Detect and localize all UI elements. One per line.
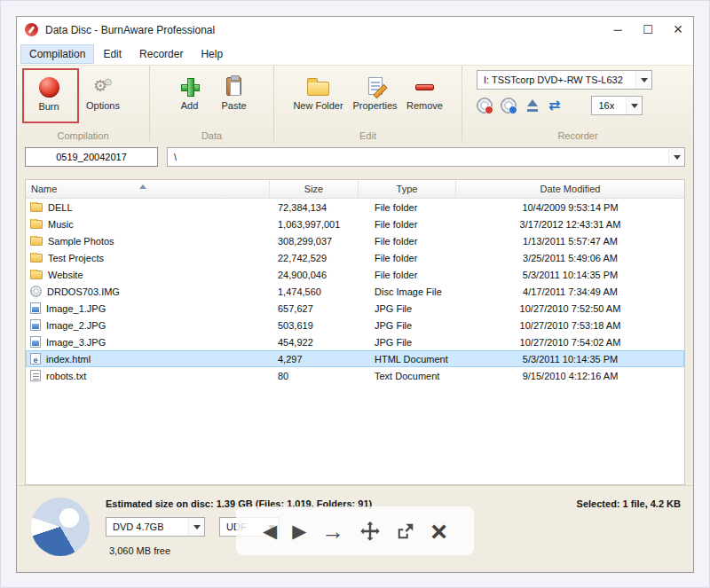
disc-info-icon[interactable] — [501, 98, 517, 114]
column-header-size[interactable]: Size — [270, 180, 359, 198]
table-row-selected[interactable]: index.html 4,297 HTML Document 5/3/2011 … — [26, 350, 684, 367]
list-body: DELL 72,384,134 File folder 10/4/2009 9:… — [26, 199, 684, 484]
refresh-icon[interactable]: ⇄ — [548, 98, 560, 113]
group-label-compilation: Compilation — [17, 130, 149, 141]
table-row[interactable]: DELL 72,384,134 File folder 10/4/2009 9:… — [26, 199, 684, 216]
capacity-value: DVD 4.7GB — [106, 521, 163, 532]
toolbar-group-compilation: Burn ⚙ ⚙ Options Compilation — [17, 66, 150, 143]
remove-button[interactable]: Remove — [403, 70, 447, 120]
toolbar-group-data: Add Paste Data — [150, 66, 274, 143]
options-label: Options — [86, 100, 120, 111]
free-space-text: 3,060 MB free — [109, 545, 170, 556]
file-type: Disc Image File — [359, 286, 456, 297]
file-date: 10/27/2010 7:52:50 AM — [456, 303, 684, 314]
file-type: Text Document — [359, 371, 456, 381]
table-row[interactable]: DRDOS703.IMG 1,474,560 Disc Image File 4… — [26, 283, 684, 300]
table-row[interactable]: Music 1,063,997,001 File folder 3/17/201… — [26, 216, 684, 232]
play-icon[interactable]: ▶ — [292, 521, 306, 540]
back-icon[interactable]: ◀ — [263, 521, 277, 540]
file-name: Image_2.JPG — [46, 320, 106, 331]
burn-label: Burn — [38, 101, 59, 112]
menu-recorder[interactable]: Recorder — [130, 44, 192, 64]
speed-value: 16x — [592, 100, 614, 111]
column-header-date[interactable]: Date Modified — [456, 180, 684, 198]
options-button[interactable]: ⚙ ⚙ Options — [81, 70, 125, 120]
jpg-file-icon — [30, 319, 41, 331]
file-size: 657,627 — [270, 303, 359, 314]
jpg-file-icon — [30, 336, 41, 348]
file-name: index.html — [46, 354, 91, 365]
overlay-close-icon[interactable]: × — [430, 517, 447, 545]
file-name: DELL — [48, 202, 73, 213]
menu-edit[interactable]: Edit — [94, 44, 130, 64]
disc-capacity-select[interactable]: DVD 4.7GB — [106, 517, 205, 537]
file-name: Image_1.JPG — [46, 303, 106, 314]
file-type: JPG File — [359, 320, 456, 331]
list-header: Name Size Type Date Modified — [26, 180, 684, 199]
new-folder-button[interactable]: New Folder — [289, 70, 348, 120]
burn-button[interactable]: Burn — [27, 71, 71, 121]
folder-icon — [30, 220, 43, 229]
disc-record-icon[interactable] — [477, 98, 493, 114]
table-row[interactable]: Sample Photos 308,299,037 File folder 1/… — [26, 232, 684, 249]
table-row[interactable]: robots.txt 80 Text Document 9/15/2010 4:… — [26, 367, 684, 384]
paste-button[interactable]: Paste — [212, 70, 256, 120]
properties-button[interactable]: Properties — [348, 70, 403, 120]
menu-bar: Compilation Edit Recorder Help — [17, 43, 693, 65]
table-row[interactable]: Image_2.JPG 503,619 JPG File 10/27/2010 … — [26, 317, 684, 333]
table-row[interactable]: Test Projects 22,742,529 File folder 3/2… — [26, 249, 684, 266]
app-icon — [25, 23, 38, 36]
group-label-recorder: Recorder — [462, 130, 693, 141]
file-name: Music — [48, 219, 74, 230]
burn-annotated-area: Burn — [22, 70, 75, 122]
column-header-type[interactable]: Type — [359, 180, 456, 198]
file-type: JPG File — [359, 337, 456, 348]
drive-value: I: TSSTcorp DVD+-RW TS-L632 — [477, 74, 623, 85]
move-icon[interactable] — [359, 521, 381, 542]
clipboard-icon — [226, 77, 241, 96]
file-list: Name Size Type Date Modified DELL 72,384… — [25, 179, 685, 485]
file-date: 3/17/2012 12:43:31 AM — [456, 219, 684, 230]
menu-compilation[interactable]: Compilation — [20, 44, 94, 64]
file-size: 308,299,037 — [270, 236, 359, 247]
column-name-label: Name — [31, 184, 57, 194]
recorder-icon-row: ⇄ 16x — [477, 96, 684, 115]
file-date: 5/3/2011 10:14:35 PM — [456, 270, 684, 280]
window-controls: ─ ☐ × — [603, 17, 693, 43]
paste-label: Paste — [221, 100, 246, 111]
maximize-button[interactable]: ☐ — [633, 17, 663, 43]
path-combobox[interactable]: \ — [167, 147, 685, 167]
disc-name-input[interactable] — [25, 147, 158, 167]
close-button[interactable]: × — [663, 17, 693, 43]
minimize-button[interactable]: ─ — [603, 17, 633, 43]
table-row[interactable]: Image_1.JPG 657,627 JPG File 10/27/2010 … — [26, 300, 684, 317]
forward-arrow-icon[interactable]: → — [321, 520, 344, 543]
file-size: 503,619 — [270, 320, 359, 331]
new-folder-icon — [307, 82, 329, 96]
toolbar: Burn ⚙ ⚙ Options Compilation Add Paste — [17, 65, 693, 143]
file-date: 1/13/2011 5:57:47 AM — [456, 236, 684, 247]
file-size: 4,297 — [270, 354, 359, 365]
desktop: { "window": { "title": "Data Disc - Burn… — [0, 0, 710, 588]
drive-select[interactable]: I: TSSTcorp DVD+-RW TS-L632 — [477, 70, 652, 90]
add-button[interactable]: Add — [168, 70, 212, 120]
table-row[interactable]: Image_3.JPG 454,922 JPG File 10/27/2010 … — [26, 333, 684, 350]
file-size: 454,922 — [270, 337, 359, 348]
table-row[interactable]: Website 24,900,046 File folder 5/3/2011 … — [26, 266, 684, 283]
media-overlay: ◀ ▶ → × — [236, 506, 474, 555]
resize-icon[interactable] — [396, 521, 415, 541]
file-name: robots.txt — [46, 371, 86, 381]
window-title: Data Disc - BurnAware Professional — [45, 24, 215, 36]
compilation-bar: \ — [17, 143, 693, 173]
remove-minus-icon — [415, 84, 434, 90]
file-type: File folder — [359, 253, 456, 263]
speed-select[interactable]: 16x — [591, 96, 643, 115]
html-file-icon — [30, 353, 41, 365]
path-value: \ — [168, 152, 177, 162]
file-name: Website — [48, 270, 83, 280]
file-name: Sample Photos — [48, 236, 114, 247]
file-size: 24,900,046 — [270, 270, 359, 280]
menu-help[interactable]: Help — [192, 44, 232, 64]
column-header-name[interactable]: Name — [26, 180, 270, 198]
eject-icon[interactable] — [525, 98, 540, 114]
